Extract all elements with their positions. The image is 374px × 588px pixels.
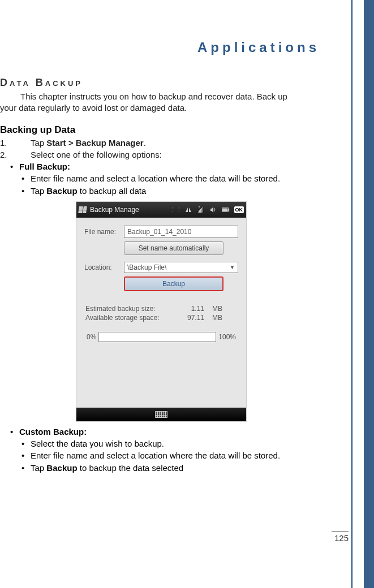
page-number: 125 [332, 531, 349, 543]
ok-button[interactable]: OK [234, 206, 244, 213]
est-size-value: 1.11 [176, 305, 204, 313]
activity-icon[interactable]: ⋮⋮ [172, 206, 180, 214]
location-value: \Backup File\ [127, 263, 166, 271]
stats-row: Available storage space: 97.11 MB [85, 314, 237, 322]
tray-icons: ⋮⋮ OK [139, 206, 245, 214]
option-full-backup: Full Backup: [0, 161, 320, 172]
device-screenshot: Backup Manage ⋮⋮ OK File name [76, 201, 247, 422]
list-item: Enter file name and select a location wh… [0, 450, 320, 461]
option-custom-backup: Custom Backup: [0, 426, 320, 438]
steps-list: 1. Tap Start > Backup Manager. 2. Select… [0, 137, 320, 161]
windows-icon[interactable] [79, 206, 87, 213]
text-pre: Tap [31, 186, 46, 196]
text-bold: Backup [46, 463, 77, 473]
text-bold: Backup [46, 186, 77, 196]
progress-100: 100% [218, 333, 236, 341]
avail-space-label: Available storage space: [85, 314, 176, 322]
step-number: 1. [0, 137, 19, 149]
est-size-unit: MB [212, 305, 222, 313]
est-size-label: Estimated backup size: [85, 305, 176, 313]
intro-text-line2: your data regularly to avoid lost or dam… [0, 102, 320, 114]
list-item: Enter file name and select a location wh… [0, 173, 320, 184]
chapter-title: Applications [0, 40, 320, 55]
svg-rect-2 [222, 208, 227, 211]
keyboard-icon[interactable] [155, 411, 167, 418]
option-label: Full Backup: [19, 162, 70, 171]
battery-icon[interactable] [222, 206, 230, 214]
intro-text-line1: This chapter instructs you on how to bac… [0, 91, 320, 102]
bottom-bar [76, 408, 246, 421]
step-1: 1. Tap Start > Backup Manager. [0, 137, 320, 149]
stats-row: Estimated backup size: 1.11 MB [85, 305, 237, 313]
option-list: Full Backup: [0, 161, 320, 172]
step-text: Select one of the following options: [31, 150, 162, 159]
file-name-row: File name: Backup_01_14_2010 [84, 226, 238, 238]
step-2: 2. Select one of the following options: [0, 149, 320, 161]
custom-backup-steps: Select the data you wish to backup. Ente… [0, 438, 320, 474]
step-text-post: . [144, 138, 146, 148]
avail-space-value: 97.11 [176, 314, 204, 322]
titlebar: Backup Manage ⋮⋮ OK [76, 202, 246, 218]
connectivity-icon[interactable] [184, 206, 192, 214]
list-item: Tap Backup to backup the data selected [0, 462, 320, 474]
speaker-icon[interactable] [209, 206, 217, 214]
location-row: Location: \Backup File\ ▼ [84, 262, 238, 273]
list-item: Select the data you wish to backup. [0, 438, 320, 449]
section-title: Data Backup [0, 77, 320, 89]
right-margin-accent [364, 0, 374, 588]
avail-space-unit: MB [212, 314, 222, 322]
text-post: to backup all data [78, 186, 147, 196]
file-name-input[interactable]: Backup_01_14_2010 [124, 226, 238, 238]
svg-rect-1 [228, 209, 229, 211]
stats-block: Estimated backup size: 1.11 MB Available… [85, 305, 237, 322]
step-number: 2. [0, 149, 19, 161]
text-pre: Tap [31, 463, 46, 473]
signal-icon[interactable] [197, 206, 205, 214]
progress-row: 0% 100% [84, 332, 238, 342]
right-margin-bar [351, 0, 374, 588]
set-name-auto-button[interactable]: Set name automatically [124, 241, 223, 255]
progress-0: 0% [87, 333, 96, 341]
step-text-bold: Start > Backup Manager [46, 138, 143, 148]
window-title: Backup Manage [90, 206, 139, 214]
full-backup-steps: Enter file name and select a location wh… [0, 173, 320, 197]
screenshot-body: File name: Backup_01_14_2010 Set name au… [76, 218, 246, 350]
progress-bar [98, 332, 216, 342]
backup-button[interactable]: Backup [124, 276, 223, 291]
text-post: to backup the data selected [78, 463, 184, 473]
location-label: Location: [84, 263, 124, 271]
option-list: Custom Backup: [0, 426, 320, 438]
option-label: Custom Backup: [19, 427, 87, 436]
list-item: Tap Backup to backup all data [0, 185, 320, 197]
chevron-down-icon: ▼ [230, 265, 235, 270]
step-text-pre: Tap [31, 138, 46, 148]
page-content: Applications Data Backup This chapter in… [0, 0, 351, 474]
sub-heading: Backing up Data [0, 124, 320, 136]
location-select[interactable]: \Backup File\ ▼ [124, 262, 238, 273]
file-name-label: File name: [84, 228, 124, 236]
